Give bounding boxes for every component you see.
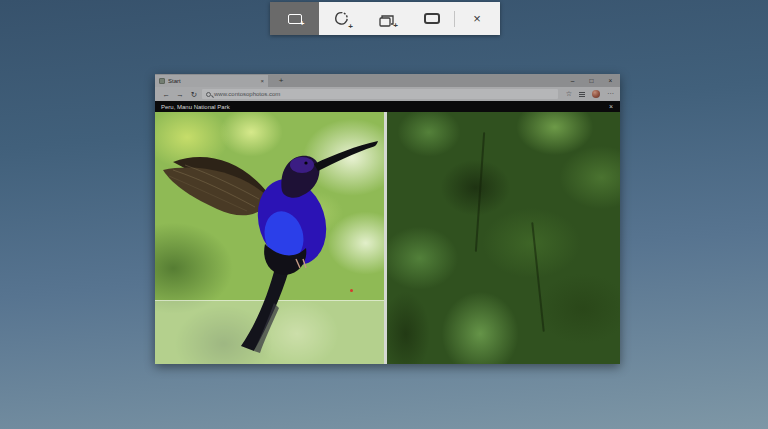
address-bar[interactable]: www.contosophotos.com bbox=[202, 89, 558, 99]
photo-caption: Peru, Manu National Park bbox=[155, 104, 230, 110]
rectangular-snip-button[interactable]: + bbox=[270, 2, 319, 35]
window-snip-button[interactable]: + bbox=[364, 2, 409, 35]
tab-favicon bbox=[159, 78, 165, 84]
photo-caption-bar: Peru, Manu National Park × bbox=[155, 101, 620, 112]
fullscreen-snip-icon bbox=[424, 13, 440, 24]
jungle-photo[interactable] bbox=[387, 112, 620, 364]
hub-icon[interactable] bbox=[579, 92, 585, 97]
tab-close-icon[interactable]: × bbox=[260, 78, 264, 84]
forward-button[interactable]: → bbox=[173, 87, 187, 101]
tab-title: Start bbox=[168, 78, 181, 84]
search-icon bbox=[206, 92, 211, 97]
navigation-bar: ← → ↻ www.contosophotos.com ☆ ⋯ bbox=[155, 87, 620, 101]
fullscreen-snip-button[interactable] bbox=[409, 2, 454, 35]
branch-stem bbox=[531, 222, 544, 332]
photo-viewer-close-icon[interactable]: × bbox=[609, 103, 613, 110]
window-snip-icon: + bbox=[379, 13, 394, 25]
refresh-button[interactable]: ↻ bbox=[187, 87, 201, 101]
snip-toolbar: + + + × bbox=[270, 2, 500, 35]
url-text: www.contosophotos.com bbox=[214, 91, 280, 97]
hummingbird-illustration bbox=[155, 112, 384, 364]
branch-stem bbox=[475, 132, 485, 252]
maximize-button[interactable]: □ bbox=[582, 74, 601, 87]
minimize-button[interactable]: – bbox=[563, 74, 582, 87]
browser-window: Start × + – □ × ← → ↻ www.contosophotos.… bbox=[155, 74, 620, 364]
window-controls: – □ × bbox=[563, 74, 620, 87]
more-options-icon[interactable]: ⋯ bbox=[607, 90, 615, 98]
freeform-snip-button[interactable]: + bbox=[319, 2, 364, 35]
favorites-star-icon[interactable]: ☆ bbox=[566, 90, 572, 98]
window-close-button[interactable]: × bbox=[601, 74, 620, 87]
tab-bar: Start × + – □ × bbox=[155, 74, 620, 87]
back-button[interactable]: ← bbox=[159, 87, 173, 101]
profile-avatar[interactable] bbox=[592, 90, 600, 98]
desktop: + + + × bbox=[0, 0, 768, 429]
rectangular-snip-icon: + bbox=[288, 14, 302, 24]
toolbar-right: ☆ ⋯ bbox=[566, 87, 615, 101]
new-tab-button[interactable]: + bbox=[275, 74, 287, 87]
freeform-snip-icon: + bbox=[334, 11, 349, 26]
tab-start[interactable]: Start × bbox=[155, 75, 268, 87]
hummingbird-photo[interactable] bbox=[155, 112, 384, 364]
photo-viewer-content bbox=[155, 112, 620, 364]
snip-close-button[interactable]: × bbox=[455, 2, 499, 35]
